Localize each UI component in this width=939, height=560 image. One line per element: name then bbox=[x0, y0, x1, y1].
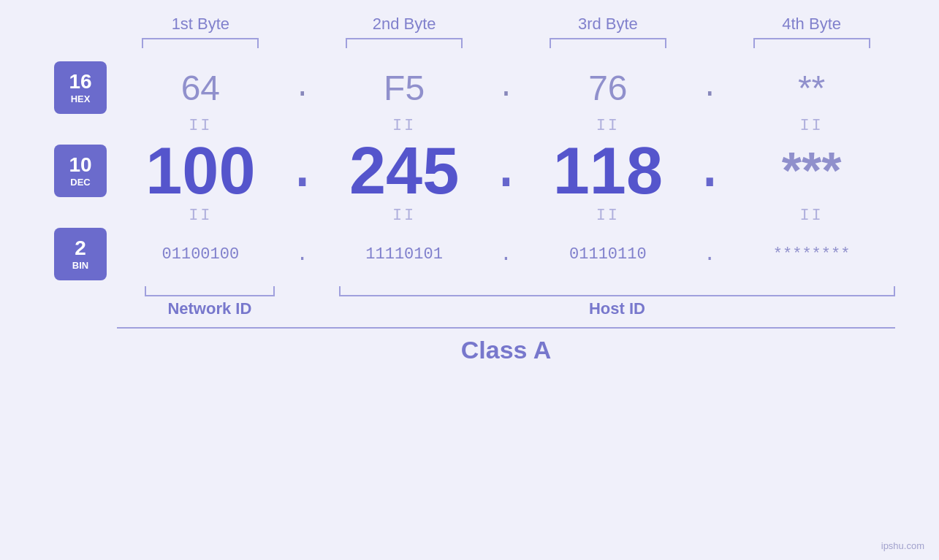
hex-badge: 16 HEX bbox=[54, 61, 107, 114]
class-label: Class A bbox=[117, 336, 895, 364]
network-id-label: Network ID bbox=[167, 299, 251, 318]
bin-val-3: 01110110 bbox=[569, 245, 647, 264]
dec-val-2: 245 bbox=[349, 134, 459, 207]
equals-b-1: II bbox=[117, 207, 284, 225]
dot-dec-2: . bbox=[488, 142, 525, 200]
hex-val-3: 76 bbox=[588, 69, 627, 107]
dot-hex-3: . bbox=[691, 72, 728, 104]
dot-hex-2: . bbox=[488, 72, 525, 104]
bracket-top-2 bbox=[346, 38, 463, 48]
hex-val-4: ** bbox=[798, 69, 825, 107]
byte-header-2: 2nd Byte bbox=[321, 15, 488, 38]
dot-bin-2: . bbox=[488, 243, 525, 266]
equals-4: II bbox=[728, 117, 895, 135]
bin-val-1: 01100100 bbox=[162, 245, 240, 264]
equals-2: II bbox=[321, 117, 488, 135]
dec-badge: 10 DEC bbox=[54, 145, 107, 197]
byte-header-4: 4th Byte bbox=[728, 15, 895, 38]
bracket-top-3 bbox=[550, 38, 666, 48]
byte-header-1: 1st Byte bbox=[117, 15, 284, 38]
bin-val-2: 11110101 bbox=[365, 245, 443, 264]
class-bracket-line bbox=[117, 327, 895, 329]
dot-dec-3: . bbox=[691, 142, 728, 200]
equals-b-2: II bbox=[321, 207, 488, 225]
equals-b-4: II bbox=[728, 207, 895, 225]
bin-val-4: ******** bbox=[773, 245, 851, 264]
hex-val-1: 64 bbox=[181, 69, 220, 107]
dot-bin-1: . bbox=[284, 243, 321, 266]
dec-val-1: 100 bbox=[145, 134, 255, 207]
dec-val-3: 118 bbox=[553, 134, 663, 207]
equals-b-3: II bbox=[525, 207, 692, 225]
equals-1: II bbox=[117, 117, 284, 135]
main-container: 1st Byte 2nd Byte 3rd Byte 4th Byte bbox=[0, 0, 939, 560]
watermark: ipshu.com bbox=[881, 540, 924, 551]
dot-hex-1: . bbox=[284, 72, 321, 104]
equals-3: II bbox=[525, 117, 692, 135]
bracket-bottom-network bbox=[145, 286, 275, 296]
dot-bin-3: . bbox=[691, 243, 728, 266]
bracket-bottom-host bbox=[339, 286, 895, 296]
host-id-label: Host ID bbox=[589, 299, 645, 318]
hex-val-2: F5 bbox=[384, 69, 425, 107]
bin-badge: 2 BIN bbox=[54, 228, 107, 280]
dec-val-4: *** bbox=[782, 142, 842, 199]
bracket-top-4 bbox=[753, 38, 870, 48]
byte-header-3: 3rd Byte bbox=[525, 15, 692, 38]
dot-dec-1: . bbox=[284, 142, 321, 200]
bracket-top-1 bbox=[142, 38, 259, 48]
